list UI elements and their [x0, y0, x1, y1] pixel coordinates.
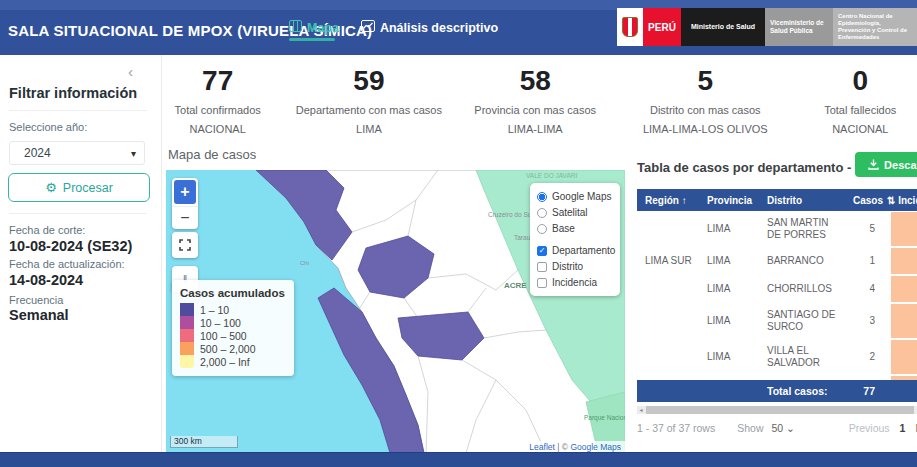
- stat-label: Distrito con mas casos: [607, 104, 804, 116]
- process-button-label: Procesar: [63, 181, 113, 195]
- checkbox-checked-icon: ✓: [537, 246, 547, 256]
- stat-value: 5: [607, 65, 804, 97]
- legend-item: 2,000 – Inf: [180, 355, 286, 368]
- stat-sublabel: LIMA-LIMA-LOS OLIVOS: [607, 123, 804, 135]
- peru-flag-logo: PERÚ: [643, 8, 681, 46]
- line-chart-icon: [361, 20, 375, 35]
- leaflet-link[interactable]: Leaflet: [529, 442, 555, 452]
- zoom-out-button[interactable]: −: [172, 206, 198, 229]
- nav-tabs: Mapa Análisis descriptivo: [289, 20, 498, 35]
- stat-value: 59: [274, 65, 463, 97]
- download-icon: [868, 159, 879, 170]
- update-date-label: Fecha de actualización:: [9, 258, 125, 270]
- gov-logo-strip: PERÚ Ministerio de Salud Viceministerio …: [617, 8, 917, 46]
- incidencia-cell: [879, 339, 917, 375]
- zoom-in-button[interactable]: +: [174, 180, 196, 204]
- cases-table-panel: Tabla de casos por departamento - 2024 D…: [637, 150, 917, 434]
- col-distrito[interactable]: Distrito: [759, 195, 845, 206]
- total-label: Total casos:: [759, 385, 845, 397]
- peru-coat-of-arms-icon: [617, 8, 643, 46]
- gear-icon: ⚙: [45, 180, 57, 195]
- frequency-value: Semanal: [9, 307, 69, 323]
- legend-swatch: [180, 342, 194, 355]
- table-row[interactable]: LIMA SUR LIMA BARRANCO 1: [637, 247, 917, 275]
- baselayer-satelital[interactable]: Satelital: [537, 207, 613, 218]
- process-button[interactable]: ⚙ Procesar: [8, 173, 150, 202]
- overlay-departamento[interactable]: ✓ Departamento: [537, 245, 613, 256]
- sort-both-icon: ⇅: [887, 195, 895, 206]
- col-region[interactable]: Región ↑: [637, 195, 699, 206]
- stat-sublabel: LIMA-LIMA: [463, 123, 607, 135]
- svg-text:ACRE: ACRE: [504, 281, 527, 290]
- legend-item: 1 – 10: [180, 303, 286, 316]
- incidencia-cell: [879, 303, 917, 339]
- sidebar-collapse-icon[interactable]: ‹: [128, 63, 133, 80]
- stat-sublabel: NACIONAL: [161, 123, 274, 135]
- col-provincia[interactable]: Provincia: [699, 195, 759, 206]
- legend-title: Casos acumulados: [180, 287, 286, 299]
- tab-analisis[interactable]: Análisis descriptivo: [361, 20, 498, 35]
- download-button[interactable]: Descargar: [855, 152, 917, 177]
- sort-asc-icon: ↑: [682, 195, 687, 206]
- map-panel: Mapa de casos: [166, 145, 625, 455]
- stats-row: 77 Total confirmados NACIONAL 59 Departa…: [161, 55, 917, 145]
- tab-mapa[interactable]: Mapa: [289, 20, 339, 35]
- stat-label: Provincia con mas casos: [463, 104, 607, 116]
- legend-item: 100 – 500: [180, 329, 286, 342]
- overlay-distrito[interactable]: Distrito: [537, 261, 613, 272]
- top-navbar: SALA SITUACIONAL DE MPOX (VIRUELA SÍMICA…: [0, 0, 917, 55]
- col-incidencia[interactable]: ⇅ Incidencia: [879, 195, 917, 206]
- stat-value: 77: [161, 65, 274, 97]
- legend-swatch: [180, 316, 194, 329]
- baselayer-base[interactable]: Base: [537, 223, 613, 234]
- ministerio-salud-logo: Ministerio de Salud: [681, 8, 765, 46]
- radio-icon: [537, 224, 547, 234]
- tab-analisis-label: Análisis descriptivo: [380, 21, 498, 35]
- google-maps-link[interactable]: Google Maps: [570, 442, 621, 452]
- baselayer-google-maps[interactable]: Google Maps: [537, 191, 613, 202]
- fullscreen-icon: [179, 239, 191, 251]
- table-row[interactable]: LIMA CHORRILLOS 4: [637, 275, 917, 303]
- scrollbar-thumb[interactable]: [646, 406, 914, 414]
- stat-label: Departamento con mas casos: [274, 104, 463, 116]
- stat-label: Total confirmados: [161, 104, 274, 116]
- incidencia-cell: [879, 275, 917, 303]
- rows-range: 1 - 37 of 37 rows: [637, 422, 715, 434]
- map-grid-icon: [289, 20, 302, 35]
- svg-text:Parque Nacional: Parque Nacional: [584, 414, 625, 422]
- stat-departamento: 59 Departamento con mas casos LIMA: [274, 55, 463, 145]
- table-row[interactable]: LIMA SANTIAGO DE SURCO 3: [637, 303, 917, 339]
- radio-icon: [537, 208, 547, 218]
- table-row[interactable]: LIMA VILLA EL SALVADOR 2: [637, 339, 917, 375]
- page-footer-bar: [0, 452, 917, 467]
- svg-text:Cruzeiro do Sul: Cruzeiro do Sul: [488, 211, 533, 218]
- radio-selected-icon: [537, 192, 547, 202]
- incidencia-cell: [879, 211, 917, 247]
- chevron-down-icon: ⌄: [786, 422, 795, 434]
- legend-swatch: [180, 355, 194, 368]
- stat-provincia: 58 Provincia con mas casos LIMA-LIMA: [463, 55, 607, 145]
- incidencia-cell: [879, 247, 917, 275]
- overlay-incidencia[interactable]: Incidencia: [537, 277, 613, 288]
- page-size-select[interactable]: 50 ⌄: [771, 422, 794, 434]
- leaflet-map[interactable]: VALE DO JAVARI Cruzeiro do Sul Tarauacá …: [166, 170, 625, 453]
- table-row[interactable]: LIMA SAN MARTIN DE PORRES 5: [637, 211, 917, 247]
- chevron-down-icon: ▾: [131, 148, 136, 159]
- horizontal-scrollbar[interactable]: ◂: [637, 406, 917, 414]
- viceministerio-logo: Viceministerio de Salud Pública: [765, 8, 833, 46]
- legend-item: 10 – 100: [180, 316, 286, 329]
- stat-value: 0: [804, 65, 917, 97]
- col-casos[interactable]: Casos: [845, 195, 879, 206]
- fullscreen-button[interactable]: [172, 232, 198, 258]
- cdc-logo: Centro Nacional de Epidemiología, Preven…: [833, 8, 917, 46]
- sidebar-title: Filtrar información: [9, 85, 137, 101]
- previous-page-button[interactable]: Previous: [849, 422, 890, 434]
- legend-swatch: [180, 329, 194, 342]
- page-number[interactable]: 1: [900, 422, 906, 434]
- svg-text:VALE DO JAVARI: VALE DO JAVARI: [526, 172, 577, 179]
- active-tab-underline: [289, 38, 335, 41]
- svg-text:Chi: Chi: [300, 260, 309, 266]
- year-select[interactable]: 2024 ▾: [9, 141, 145, 165]
- scroll-left-icon[interactable]: ◂: [637, 406, 645, 414]
- cutoff-date-label: Fecha de corte:: [9, 224, 85, 236]
